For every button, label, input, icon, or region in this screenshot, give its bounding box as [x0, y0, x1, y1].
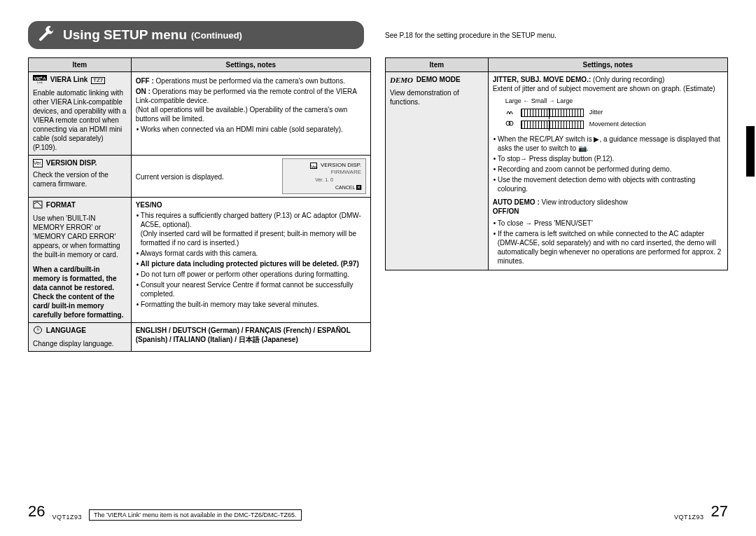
bullet: • If the camera is left switched on whil… — [493, 229, 723, 266]
page-heading: Using SETUP menu (Continued) — [28, 21, 364, 49]
lcd-firmware: FIRMWARE — [287, 169, 361, 176]
gauge-label: Movement detection — [589, 121, 646, 129]
page-right: See P.18 for the setting procedure in th… — [385, 21, 728, 352]
heading-continued: (Continued) — [191, 30, 242, 41]
heading-title: Using SETUP menu — [63, 27, 187, 43]
bullet: • When the REC/PLAY switch is ▶, a guida… — [493, 135, 723, 153]
doc-code-right: VQT1Z93 — [674, 514, 704, 521]
language-options: ENGLISH / DEUTSCH (German) / FRANÇAIS (F… — [136, 327, 351, 343]
lcd-icon: Ver. — [310, 163, 317, 169]
bullet: • Consult your nearest Service Centre if… — [136, 280, 366, 298]
item-desc: View demonstration of functions. — [390, 88, 484, 106]
item-title: FORMAT — [46, 200, 76, 209]
doc-code-left: VQT1Z93 — [52, 514, 82, 521]
table-row: DEMO DEMO MODE View demonstration of fun… — [386, 72, 728, 270]
svg-point-7 — [509, 121, 513, 125]
page-spread: Using SETUP menu (Continued) Item Settin… — [0, 0, 756, 359]
bullet-text: All picture data including protected pic… — [141, 260, 359, 268]
item-title: VIERA Link — [50, 75, 88, 84]
bullet-text: Use the movement detection demo with obj… — [498, 176, 696, 193]
tz7-badge: TZ7 — [91, 77, 105, 84]
item-title: VERSION DISP. — [46, 158, 97, 167]
bullet-text: Recording and zoom cannot be performed d… — [498, 165, 671, 173]
format-icon — [33, 200, 43, 211]
format-warning: When a card/built-in memory is formatted… — [33, 265, 127, 319]
off-text: Operations must be performed via the cam… — [156, 77, 345, 85]
item-desc: Change display language. — [33, 339, 127, 348]
format-options: YES/NO — [136, 201, 162, 209]
item-desc: Check the version of the camera firmware… — [33, 170, 127, 188]
lcd-cancel: CANCEL 🅼 — [287, 184, 361, 191]
header-see-note: See P.18 for the setting procedure in th… — [385, 32, 556, 39]
bullet: • All picture data including protected p… — [136, 259, 366, 268]
bullet-text: Always format cards with this camera. — [140, 249, 258, 257]
version-icon: Ver. — [33, 159, 43, 167]
gauge — [521, 109, 584, 117]
bullet-text: To stop→ Press display button (P.12). — [498, 155, 615, 163]
svg-text:ᵇ: ᵇ — [37, 327, 39, 334]
autodemo-text: View introductory slideshow — [542, 198, 628, 206]
on-text: Operations may be performed via the remo… — [136, 88, 357, 123]
table-row: Ver. VERSION DISP. Check the version of … — [29, 156, 371, 198]
table-row: VIEᴿALink VIERA Link TZ7 Enable automati… — [29, 72, 371, 156]
viera-icon: VIEᴿALink — [33, 75, 47, 85]
movement-gauge-row: Movement detection — [505, 119, 723, 130]
col-header-settings: Settings, notes — [488, 58, 727, 72]
page-number-left: 26 — [28, 502, 45, 521]
table-row: FORMAT Use when 'BUILT-IN MEMORY ERROR' … — [29, 197, 371, 322]
item-desc: Enable automatic linking with other VIER… — [33, 88, 127, 152]
bullet-text: Consult your nearest Service Centre if f… — [141, 281, 354, 298]
bullet-text: If the camera is left switched on while … — [498, 230, 722, 265]
item-desc: Use when 'BUILT-IN MEMORY ERROR' or 'MEM… — [33, 214, 127, 259]
gauge — [521, 121, 584, 129]
off-label: OFF : — [136, 77, 154, 85]
item-title: LANGUAGE — [46, 326, 86, 335]
bullet-text: Works when connected via an HDMI mini ca… — [141, 125, 343, 133]
jitter-gauge-icon — [505, 107, 514, 118]
version-caption: Current version is displayed. — [136, 158, 228, 181]
col-header-settings: Settings, notes — [131, 58, 370, 72]
bullet: • Formatting the built-in memory may tak… — [136, 300, 366, 309]
bullet-text: Formatting the built-in memory may take … — [141, 301, 319, 308]
bullet: • Always format cards with this camera. — [136, 249, 366, 258]
lcd-title: VERSION DISP. — [321, 162, 361, 169]
jitter-note: (Only during recording) — [593, 76, 664, 83]
lcd-preview: Ver.VERSION DISP. FIRMWARE Ver. 1. 0 CAN… — [282, 158, 366, 194]
bullet-text: Do not turn off power or perform other o… — [141, 270, 349, 278]
jitter-gauge-row: Jitter — [505, 107, 723, 118]
bullet-text: When the REC/PLAY switch is ▶, a guidanc… — [498, 135, 720, 152]
bullet: • To stop→ Press display button (P.12). — [493, 154, 723, 163]
bullet: • Use the movement detection demo with o… — [493, 175, 723, 193]
page-footer: 26 VQT1Z93 The 'VIERA Link' menu item is… — [0, 502, 756, 521]
settings-table-right: Item Settings, notes DEMO DEMO MODE View… — [385, 57, 728, 270]
footer-note: The 'VIERA Link' menu item is not availa… — [89, 509, 302, 521]
table-row: ᵇ LANGUAGE Change display language. ENGL… — [29, 322, 371, 351]
demo-icon: DEMO — [390, 75, 413, 85]
page-left: Using SETUP menu (Continued) Item Settin… — [28, 21, 371, 352]
jitter-text: Extent of jitter and of subject movement… — [493, 84, 723, 93]
scale-label: Large ← Small → Large — [505, 97, 723, 106]
gauge-label: Jitter — [589, 109, 603, 117]
bullet: • Recording and zoom cannot be performed… — [493, 165, 723, 174]
wrench-icon — [38, 26, 55, 44]
offon-options: OFF/ON — [493, 207, 519, 215]
movement-gauge-icon — [505, 119, 514, 130]
lcd-version: Ver. 1. 0 — [287, 177, 361, 183]
bullet-text: To close → Press 'MENU/SET' — [498, 219, 593, 227]
autodemo-label: AUTO DEMO : — [493, 198, 540, 206]
settings-table-left: Item Settings, notes VIEᴿALink VIERA Lin… — [28, 57, 371, 352]
jitter-title: JITTER, SUBJ. MOVE DEMO.: — [493, 76, 592, 83]
section-tab — [746, 126, 755, 177]
bullet-text: This requires a sufficiently charged bat… — [141, 212, 361, 247]
page-number-right: 27 — [711, 502, 728, 521]
bullet: • This requires a sufficiently charged b… — [136, 211, 366, 247]
language-icon: ᵇ — [33, 326, 43, 336]
on-label: ON : — [136, 88, 150, 95]
bullet: • Works when connected via an HDMI mini … — [136, 125, 366, 134]
item-title: DEMO MODE — [416, 75, 461, 84]
bullet: • To close → Press 'MENU/SET' — [493, 219, 723, 228]
col-header-item: Item — [29, 58, 132, 72]
svg-text:Link: Link — [37, 81, 42, 83]
bullet: • Do not turn off power or perform other… — [136, 270, 366, 279]
col-header-item: Item — [386, 58, 489, 72]
